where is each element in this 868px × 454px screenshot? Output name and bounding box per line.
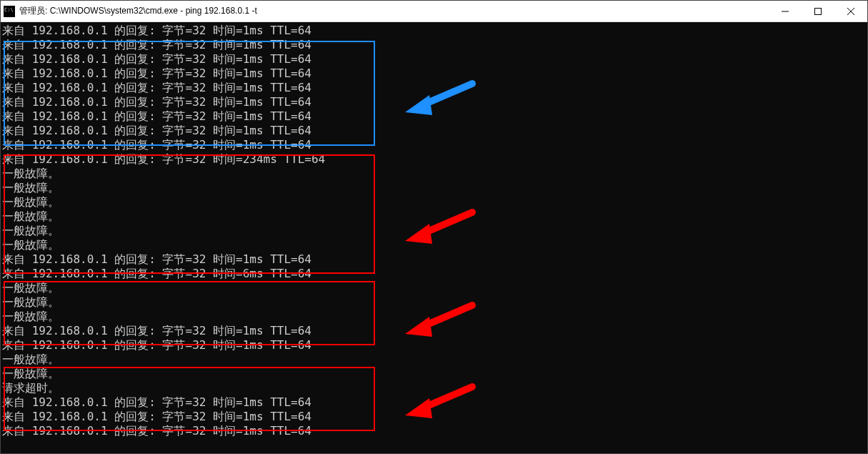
annotation-arrow [401, 300, 479, 342]
svg-marker-6 [405, 317, 432, 337]
console-line: 一般故障。 [2, 352, 867, 367]
window-controls [769, 1, 867, 21]
annotation-arrow [401, 207, 479, 250]
annotation-box [4, 41, 375, 146]
close-button[interactable] [834, 1, 867, 21]
close-icon [847, 8, 854, 15]
arrow-icon [401, 207, 479, 250]
console-line: 来自 192.168.0.1 的回复: 字节=32 时间=1ms TTL=64 [2, 24, 867, 38]
maximize-button[interactable] [802, 1, 834, 21]
svg-rect-1 [815, 8, 822, 14]
cmd-window: 管理员: C:\WINDOWS\system32\cmd.exe - ping … [0, 0, 868, 454]
arrow-icon [401, 381, 479, 424]
window-title: 管理员: C:\WINDOWS\system32\cmd.exe - ping … [19, 5, 769, 17]
annotation-box [4, 281, 375, 345]
minimize-button[interactable] [769, 1, 802, 21]
arrow-icon [401, 78, 479, 121]
svg-marker-5 [405, 224, 432, 244]
cmd-icon [4, 6, 15, 17]
arrow-icon [401, 300, 479, 342]
annotation-arrow [401, 78, 479, 121]
console-output[interactable]: 来自 192.168.0.1 的回复: 字节=32 时间=1ms TTL=64来… [1, 22, 867, 453]
maximize-icon [814, 8, 822, 15]
annotation-box [4, 367, 375, 431]
svg-marker-4 [405, 95, 432, 115]
annotation-arrow [401, 381, 479, 424]
minimize-icon [782, 8, 789, 15]
svg-marker-7 [405, 398, 432, 418]
titlebar[interactable]: 管理员: C:\WINDOWS\system32\cmd.exe - ping … [1, 1, 867, 22]
annotation-box [4, 154, 375, 274]
